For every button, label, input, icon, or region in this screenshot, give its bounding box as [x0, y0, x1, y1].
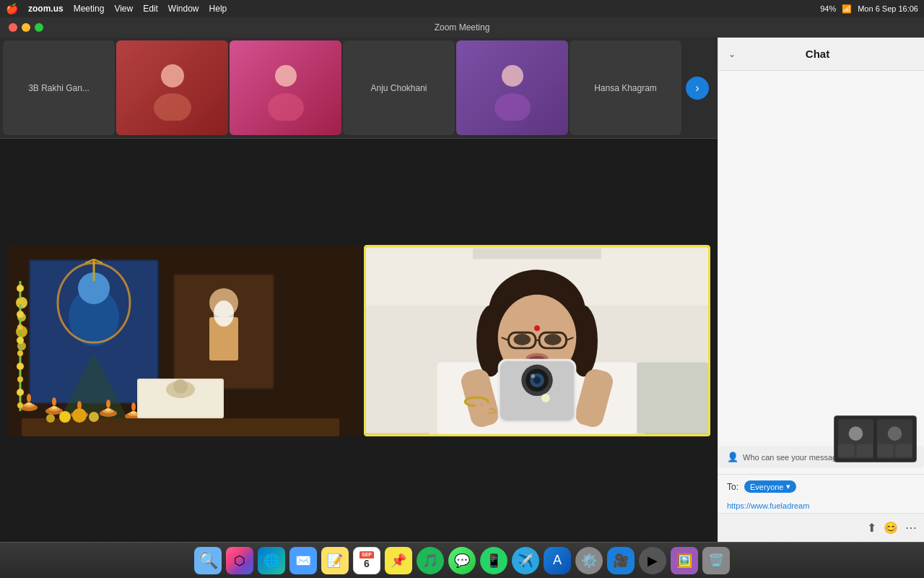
svg-point-61: [17, 363, 24, 370]
participant-name-1: 3B Rakhi Gan...: [25, 80, 92, 96]
svg-point-59: [17, 337, 24, 344]
svg-point-60: [17, 350, 23, 356]
chat-title: Chat: [806, 48, 829, 60]
main-container: 3B Rakhi Gan...: [0, 38, 924, 542]
svg-point-43: [131, 411, 136, 414]
woman-with-phone-scene: [366, 247, 708, 434]
svg-rect-108: [896, 444, 912, 457]
svg-point-47: [72, 408, 87, 423]
svg-rect-105: [838, 444, 855, 457]
menu-edit[interactable]: Edit: [143, 4, 158, 14]
menu-meeting[interactable]: Meeting: [74, 4, 105, 14]
dropdown-arrow-icon: ▾: [786, 482, 790, 491]
svg-point-1: [154, 93, 191, 121]
svg-point-48: [89, 412, 99, 422]
dock-zoom[interactable]: 🎥: [607, 547, 635, 574]
wifi-icon: 📶: [842, 4, 852, 14]
dock: 🔍 ⬡ 🌐 ✉️ 📝 SEP 6 📌 🎵 💬 📱 ✈️ A ⚙️ 🎥 ▶ 🖼️ …: [0, 542, 924, 578]
person-icon: 👤: [727, 452, 738, 462]
svg-point-62: [17, 376, 23, 382]
main-video-right[interactable]: [364, 245, 710, 436]
dock-mail[interactable]: ✉️: [289, 547, 317, 574]
upload-icon[interactable]: ⬆: [867, 521, 876, 535]
svg-point-4: [502, 65, 523, 87]
participant-tile-6[interactable]: Hansa Khagram: [570, 40, 681, 135]
window-title: Zoom Meeting: [435, 22, 490, 33]
chat-header: ⌄ Chat: [718, 38, 924, 71]
svg-point-31: [51, 406, 57, 409]
svg-rect-45: [22, 418, 339, 436]
next-participant-button[interactable]: ›: [686, 77, 709, 100]
participant-tile-2[interactable]: [116, 40, 228, 135]
app-name: zoom.us: [28, 4, 64, 14]
dock-finder[interactable]: 🔍: [194, 547, 222, 574]
participant-tile-1[interactable]: 3B Rakhi Gan...: [3, 40, 115, 135]
main-video-left[interactable]: [7, 245, 361, 436]
svg-point-93: [531, 374, 535, 378]
chat-panel: ⌄ Chat 👤 Who can see your messages? To: …: [718, 38, 924, 542]
participant-tile-4[interactable]: Anju Chokhani: [343, 40, 455, 135]
chat-to-dropdown[interactable]: Everyone ▾: [744, 480, 796, 493]
dock-notes[interactable]: 📝: [321, 547, 349, 574]
chat-to-row: To: Everyone ▾: [718, 474, 924, 499]
svg-rect-67: [473, 248, 601, 259]
svg-rect-106: [856, 444, 873, 457]
dock-stickies[interactable]: 📌: [385, 547, 412, 574]
svg-point-55: [17, 285, 24, 292]
svg-point-57: [17, 311, 24, 318]
title-bar: Zoom Meeting: [0, 17, 924, 38]
svg-point-53: [173, 379, 188, 394]
dock-trash[interactable]: 🗑️: [702, 547, 730, 574]
dock-unknown1[interactable]: 🖼️: [671, 547, 698, 574]
dock-appstore[interactable]: A: [544, 547, 571, 574]
menu-window[interactable]: Window: [168, 4, 199, 14]
svg-point-27: [26, 402, 32, 405]
svg-point-32: [52, 397, 56, 406]
chat-expand-icon[interactable]: ⌄: [728, 49, 736, 59]
svg-point-0: [161, 64, 184, 87]
battery-indicator: 94%: [820, 4, 836, 13]
svg-point-92: [533, 376, 541, 384]
svg-rect-107: [877, 444, 894, 457]
svg-point-46: [59, 411, 71, 423]
svg-point-104: [888, 426, 902, 441]
svg-point-39: [105, 408, 111, 411]
dock-messages[interactable]: 💬: [448, 547, 476, 574]
dock-edge[interactable]: 🌐: [258, 547, 285, 574]
close-button[interactable]: [9, 23, 17, 32]
apple-logo-icon[interactable]: 🍎: [6, 3, 18, 14]
svg-point-58: [17, 324, 23, 330]
participant-tile-3[interactable]: [230, 40, 341, 135]
svg-point-64: [17, 402, 23, 408]
chat-to-value: Everyone: [750, 483, 783, 491]
svg-point-94: [541, 394, 550, 402]
video-area: 3B Rakhi Gan...: [0, 38, 718, 542]
more-options-icon[interactable]: ⋯: [905, 521, 917, 535]
svg-point-49: [46, 414, 55, 423]
maximize-button[interactable]: [35, 23, 43, 32]
strip-nav-area: ›: [683, 40, 712, 135]
svg-point-3: [268, 93, 304, 121]
participant-video-2-icon: [144, 56, 201, 121]
svg-point-28: [27, 394, 31, 402]
dock-spotify[interactable]: 🎵: [417, 547, 444, 574]
svg-point-81: [513, 334, 531, 345]
dock-whatsapp[interactable]: 📱: [480, 547, 507, 574]
dock-telegram[interactable]: ✈️: [512, 547, 539, 574]
participant-tile-5[interactable]: [456, 40, 568, 135]
dock-quicktime[interactable]: ▶: [639, 547, 666, 574]
clock: Mon 6 Sep 16:06: [858, 4, 918, 13]
svg-point-80: [534, 325, 540, 331]
svg-point-40: [106, 400, 110, 408]
menu-view[interactable]: View: [114, 4, 133, 14]
svg-point-20: [214, 301, 234, 327]
dock-calendar[interactable]: SEP 6: [353, 547, 380, 574]
menu-help[interactable]: Help: [209, 4, 227, 14]
participant-video-3-icon: [257, 56, 315, 121]
chat-link-preview: https://www.fueladream: [718, 499, 924, 513]
dock-systemprefs[interactable]: ⚙️: [575, 547, 603, 574]
dock-launchpad[interactable]: ⬡: [226, 547, 253, 574]
chat-thumbnail-overlay[interactable]: [834, 415, 917, 462]
minimize-button[interactable]: [22, 23, 30, 32]
emoji-icon[interactable]: 😊: [884, 521, 898, 535]
